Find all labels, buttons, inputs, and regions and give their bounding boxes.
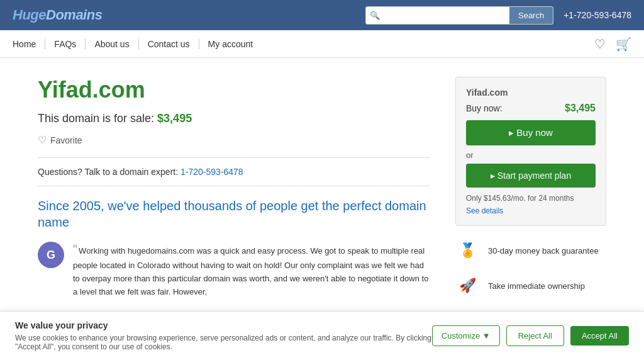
nav-item-my-account[interactable]: My account	[199, 39, 262, 49]
cookie-title: We value your privacy	[15, 320, 432, 330]
ownership-text: Take immediate ownership	[488, 281, 585, 291]
testimonial: G "Working with hugedomains.com was a qu…	[38, 239, 430, 298]
divider-2	[38, 186, 430, 186]
logo-part1: Huge	[13, 7, 46, 23]
nav-item-home[interactable]: Home	[13, 39, 45, 49]
price-box: Yifad.com Buy now: $3,495 ▸ Buy now or ▸…	[455, 77, 606, 226]
monthly-text: Only $145.63/mo. for 24 months	[466, 194, 596, 203]
for-sale-text: This domain is for sale: $3,495	[38, 112, 430, 125]
left-column: Yifad.com This domain is for sale: $3,49…	[38, 77, 430, 344]
nav-items: Home FAQs About us Contact us My account	[13, 39, 262, 49]
avatar: G	[38, 242, 64, 268]
since-heading: Since 2005, we've helped thousands of pe…	[38, 198, 430, 230]
logo-part2: Domains	[46, 7, 102, 23]
header-right: 🔍 Search +1-720-593-6478	[365, 6, 631, 25]
accept-all-button[interactable]: Accept All	[570, 326, 629, 346]
cart-icon[interactable]: 🛒	[616, 37, 631, 52]
expert-phone-link[interactable]: 1-720-593-6478	[180, 167, 243, 177]
expert-text: Questions? Talk to a domain expert: 1-72…	[38, 167, 430, 177]
logo: HugeDomains	[13, 7, 102, 23]
reject-all-button[interactable]: Reject All	[506, 325, 564, 346]
favorite-button[interactable]: ♡ Favorite	[38, 134, 430, 146]
nav-item-contact-us[interactable]: Contact us	[139, 39, 199, 49]
divider-1	[38, 157, 430, 158]
domain-price: $3,495	[157, 112, 192, 125]
testimonial-text: "Working with hugedomains.com was a quic…	[73, 239, 430, 298]
or-text: or	[466, 150, 596, 160]
nav-item-faqs[interactable]: FAQs	[45, 39, 86, 49]
header-phone: +1-720-593-6478	[564, 10, 631, 20]
search-box: 🔍 Search	[365, 6, 553, 25]
buy-now-price: $3,495	[565, 103, 596, 114]
money-back-text: 30-day money back guarantee	[488, 246, 599, 256]
buy-now-label: Buy now:	[466, 103, 502, 113]
feature-ownership: 🚀 Take immediate ownership	[455, 274, 606, 298]
favorite-label: Favorite	[50, 135, 82, 145]
cookie-banner: We value your privacy We use cookies to …	[0, 311, 644, 357]
price-row: Buy now: $3,495	[466, 103, 596, 114]
right-column: Yifad.com Buy now: $3,495 ▸ Buy now or ▸…	[455, 77, 606, 344]
price-box-title: Yifad.com	[466, 87, 596, 98]
quote-mark: "	[73, 242, 77, 256]
nav-icons: ♡ 🛒	[594, 37, 631, 52]
search-icon: 🔍	[366, 11, 384, 20]
buy-now-button[interactable]: ▸ Buy now	[466, 120, 596, 145]
domain-title: Yifad.com	[38, 77, 430, 103]
search-input[interactable]	[384, 8, 509, 23]
nav-item-about-us[interactable]: About us	[86, 39, 138, 49]
see-details-link[interactable]: See details	[466, 206, 503, 215]
site-header: HugeDomains 🔍 Search +1-720-593-6478	[0, 0, 644, 30]
cookie-buttons: Customize ▼ Reject All Accept All	[432, 325, 629, 346]
search-button[interactable]: Search	[509, 7, 553, 24]
money-back-icon: 🏅	[455, 239, 479, 262]
heart-icon: ♡	[38, 134, 47, 146]
cookie-text: We use cookies to enhance your browsing …	[15, 334, 432, 351]
cookie-content: We value your privacy We use cookies to …	[15, 320, 432, 351]
payment-plan-button[interactable]: ▸ Start payment plan	[466, 164, 596, 188]
feature-money-back: 🏅 30-day money back guarantee	[455, 239, 606, 262]
ownership-icon: 🚀	[455, 274, 479, 298]
customize-button[interactable]: Customize ▼	[432, 325, 500, 346]
main-nav: Home FAQs About us Contact us My account…	[0, 30, 644, 58]
wishlist-icon[interactable]: ♡	[594, 37, 606, 52]
